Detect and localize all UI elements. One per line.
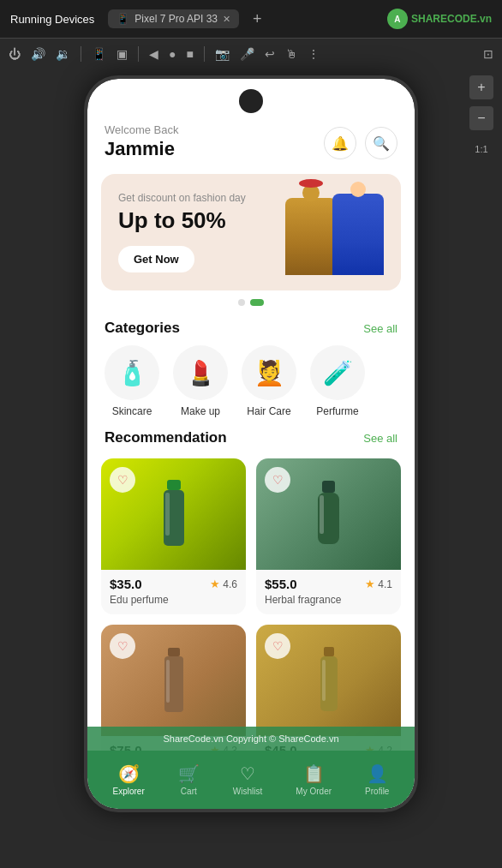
star-icon-1: ★ (210, 578, 220, 590)
order-icon: 📋 (303, 763, 325, 784)
toolbar-separator (81, 46, 81, 62)
bell-icon: 🔔 (332, 135, 349, 152)
perfume-icon: 🧪 (323, 359, 353, 387)
recommendation-title: Recommendation (105, 429, 227, 446)
header-action-icons: 🔔 🔍 (324, 127, 397, 159)
categories-list: 🧴 Skincare 💄 Make up 💆 Hair Care (87, 345, 415, 417)
phone-screen: Welcome Back Jammie 🔔 🔍 Get discount on … (87, 79, 415, 809)
mic-icon[interactable]: 🎤 (240, 47, 254, 61)
dot-2-active (250, 299, 264, 306)
back-icon[interactable]: ◀ (149, 47, 158, 61)
notification-button[interactable]: 🔔 (324, 127, 356, 159)
nav-wishlist[interactable]: ♡ Wishlist (233, 763, 262, 796)
category-perfume[interactable]: 🧪 Perfurme (307, 345, 368, 417)
product-card-1[interactable]: ♡ $35.0 ★ 4.6 Edu perfume (101, 458, 246, 614)
svg-rect-11 (322, 660, 326, 701)
tab-label: Pixel 7 Pro API 33 (134, 13, 218, 25)
categories-see-all[interactable]: See all (363, 322, 397, 335)
recents-icon[interactable]: ■ (186, 47, 193, 61)
search-icon: 🔍 (373, 135, 390, 152)
camera-icon[interactable]: 📷 (215, 47, 230, 61)
recommendation-header: Recommendation See all (87, 417, 415, 455)
power-icon[interactable]: ⏻ (9, 47, 21, 61)
recommendation-see-all[interactable]: See all (363, 432, 397, 445)
product-card-2[interactable]: ♡ $55.0 ★ 4.1 Herbal fragrance (256, 458, 401, 614)
zoom-in-button[interactable]: + (469, 75, 493, 99)
svg-rect-3 (322, 481, 335, 493)
app-scroll-area[interactable]: Welcome Back Jammie 🔔 🔍 Get discount on … (87, 79, 415, 809)
svg-rect-2 (165, 493, 170, 536)
wishlist-icon: ♡ (240, 763, 255, 784)
toolbar-separator-3 (204, 46, 205, 62)
product-info-1: $35.0 ★ 4.6 Edu perfume (101, 570, 246, 614)
wishlist-button-2[interactable]: ♡ (265, 467, 290, 493)
user-name: Jammie (105, 138, 178, 160)
more-icon[interactable]: ⋮ (308, 47, 320, 61)
watermark-text: ShareCode.vn Copyright © ShareCode.vn (164, 733, 339, 744)
perfume-label: Perfurme (316, 405, 358, 417)
toolbar-separator-2 (138, 46, 139, 62)
home-icon[interactable]: ● (169, 47, 176, 61)
order-label: My Order (296, 787, 332, 796)
volume-down-icon[interactable]: 🔉 (56, 47, 70, 61)
tab-close-button[interactable]: ✕ (223, 14, 230, 25)
svg-rect-6 (168, 648, 180, 656)
category-haircare[interactable]: 💆 Hair Care (238, 345, 300, 417)
banner-title: Up to 50% (118, 207, 272, 234)
nav-my-order[interactable]: 📋 My Order (296, 763, 332, 796)
explorer-label: Explorer (113, 787, 145, 796)
nav-profile[interactable]: 👤 Profile (365, 763, 389, 796)
undo-icon[interactable]: ↩ (265, 47, 275, 61)
promo-banner: Get discount on fashion day Up to 50% Ge… (101, 174, 401, 290)
categories-title: Categories (105, 320, 180, 337)
star-icon-2: ★ (365, 578, 375, 590)
product-rating-1: ★ 4.6 (210, 578, 237, 590)
phone-device: Welcome Back Jammie 🔔 🔍 Get discount on … (84, 75, 418, 812)
tab-icon: 📱 (117, 13, 129, 25)
haircare-icon-wrap: 💆 (242, 345, 296, 400)
mouse-icon[interactable]: 🖱 (285, 47, 297, 61)
banner-content: Get discount on fashion day Up to 50% Ge… (118, 192, 272, 272)
profile-label: Profile (365, 787, 389, 796)
wishlist-button-1[interactable]: ♡ (110, 467, 135, 493)
nav-cart[interactable]: 🛒 Cart (178, 763, 200, 796)
search-button[interactable]: 🔍 (365, 127, 397, 159)
product-name-2: Herbal fragrance (265, 594, 392, 606)
product-rating-2: ★ 4.1 (365, 578, 392, 590)
perfume-icon-wrap: 🧪 (310, 345, 365, 400)
welcome-text: Welcome Back (105, 123, 178, 136)
cart-label: Cart (181, 787, 197, 796)
product-image-3: ♡ (101, 625, 246, 736)
plus-icon: + (477, 80, 485, 95)
banner-image (272, 189, 384, 275)
bottle-svg-1 (148, 476, 200, 553)
makeup-icon-wrap: 💄 (173, 345, 228, 400)
bottle-svg-4 (308, 644, 350, 717)
skincare-label: Skincare (112, 405, 152, 417)
device-toolbar: ⏻ 🔊 🔉 📱 ▣ ◀ ● ■ 📷 🎤 ↩ 🖱 ⋮ ⊡ (0, 38, 502, 69)
new-tab-button[interactable]: + (253, 10, 262, 28)
browser-tab[interactable]: 📱 Pixel 7 Pro API 33 ✕ (108, 9, 239, 28)
minus-icon: − (477, 111, 485, 126)
get-now-button[interactable]: Get Now (118, 246, 194, 272)
nav-explorer[interactable]: 🧭 Explorer (113, 763, 145, 796)
skincare-icon: 🧴 (117, 359, 147, 387)
rotate-icon[interactable]: 📱 (92, 47, 106, 61)
right-sidebar: + − 1:1 (469, 75, 493, 154)
snapshot-icon[interactable]: ⊡ (483, 47, 493, 61)
phone-notch (239, 89, 263, 113)
watermark: ShareCode.vn Copyright © ShareCode.vn (87, 727, 415, 751)
figure-blue (332, 194, 384, 275)
category-skincare[interactable]: 🧴 Skincare (101, 345, 163, 417)
fold-icon[interactable]: ▣ (117, 47, 128, 61)
logo: A SHARECODE.vn (387, 9, 492, 29)
category-makeup[interactable]: 💄 Make up (170, 345, 231, 417)
haircare-label: Hair Care (247, 405, 290, 417)
volume-up-icon[interactable]: 🔊 (31, 47, 45, 61)
rating-value-2: 4.1 (378, 578, 392, 590)
wishlist-button-3[interactable]: ♡ (110, 633, 135, 659)
product-image-2: ♡ (256, 458, 401, 570)
wishlist-button-4[interactable]: ♡ (265, 633, 290, 659)
zoom-out-button[interactable]: − (469, 106, 493, 130)
logo-icon: A (387, 9, 408, 29)
